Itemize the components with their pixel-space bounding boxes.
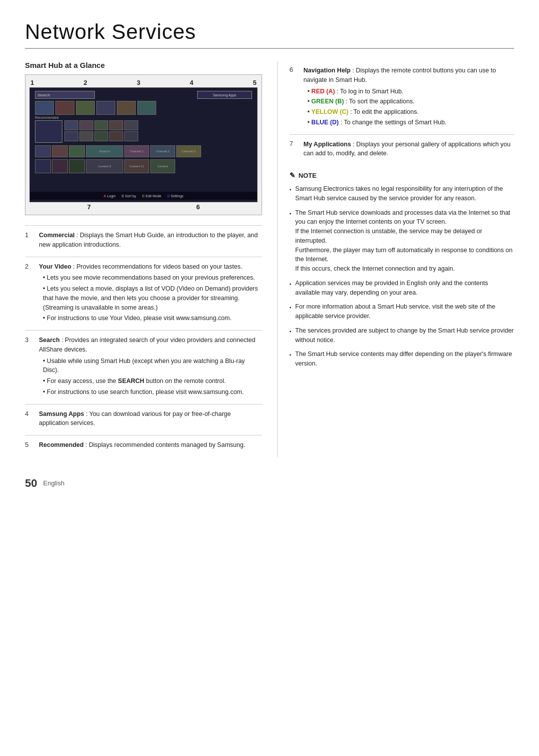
page-language: English (43, 479, 64, 487)
item-1-bold: Commercial (39, 232, 75, 239)
item-2-bold: Your Video (39, 263, 71, 270)
app-13: Content (150, 159, 175, 173)
num-1: 1 (30, 79, 34, 86)
hub-screen: Search Samsung Apps Recommended (29, 87, 258, 202)
num-4: 4 (190, 79, 193, 86)
item-1: 1 Commercial : Displays the Smart Hub Gu… (25, 225, 262, 257)
num-5: 5 (253, 79, 257, 86)
hub-thumb-2 (55, 101, 74, 115)
yellow-label: YELLOW (C) (311, 108, 348, 115)
app-4: Smart tv (86, 145, 123, 157)
right-column: 6 Navigation Help : Displays the remote … (277, 61, 514, 457)
nav-help-red: RED (A) : To log in to Smart Hub. (307, 87, 514, 96)
hub-rec-small-col (64, 120, 138, 141)
page-title: Network Services (25, 20, 514, 49)
note-section: ✎ NOTE Samsung Electronics takes no lega… (289, 171, 514, 369)
item-5-bold: Recommended (39, 441, 84, 448)
hub-rec-b1 (64, 131, 78, 141)
app-3 (69, 145, 85, 157)
note-item-4: For more information about a Smart Hub s… (289, 302, 514, 321)
hub-thumb-5 (117, 101, 136, 115)
item-1-text: Commercial : Displays the Smart Hub Guid… (39, 231, 262, 250)
note-label: NOTE (298, 172, 316, 179)
my-apps-bold: My Applications (303, 141, 351, 148)
hub-apps-row: Smart tv Channel 1 Channel 2 Channel 3 C… (35, 145, 251, 173)
num-7-bottom: 7 (87, 203, 91, 211)
hub-search-bar: Search (35, 91, 95, 99)
item-2-bullet-3: For instructions to use Your Video, plea… (43, 314, 262, 323)
app-1 (35, 145, 51, 157)
nav-help-bold: Navigation Help (303, 67, 350, 74)
right-item-7: 7 My Applications : Displays your person… (289, 134, 514, 164)
hub-recommended-row (35, 120, 138, 143)
item-5: 5 Recommended : Displays recommended con… (25, 435, 262, 457)
app-8 (35, 159, 51, 173)
hub-rec-a4 (109, 120, 123, 130)
item-3-bullets: Usable while using Smart Hub (except whe… (43, 357, 262, 397)
item-3: 3 Search : Provides an integrated search… (25, 330, 262, 404)
hub-search-label: Search (37, 93, 50, 97)
hub-rec-row-a (64, 120, 138, 130)
hub-rec-row-b (64, 131, 138, 141)
hub-rec-b3 (94, 131, 108, 141)
right-item-7-text: My Applications : Displays your personal… (303, 140, 514, 159)
hub-key-d: D Settings (167, 194, 183, 198)
item-2-text: Your Video : Provides recommendations fo… (39, 262, 262, 272)
hub-bottom-bar: A Login B Sort by C Edit Mode D Settings (30, 192, 257, 200)
right-item-6-content: Navigation Help : Displays the remote co… (303, 66, 514, 129)
note-item-5: The services provided are subject to cha… (289, 326, 514, 345)
note-list: Samsung Electronics takes no legal respo… (289, 184, 514, 369)
nav-help-yellow: YELLOW (C) : To edit the applications. (307, 107, 514, 117)
hub-key-a: A Login (103, 194, 115, 198)
hub-samsung-apps: Samsung Apps (197, 91, 252, 99)
item-2-content: Your Video : Provides recommendations fo… (39, 262, 262, 326)
hub-rec-main (35, 120, 62, 143)
hub-rec-a5 (124, 120, 138, 130)
item-2-number: 2 (25, 262, 33, 326)
num-3: 3 (137, 79, 140, 86)
note-title: ✎ NOTE (289, 171, 514, 179)
hub-thumb-6 (137, 101, 156, 115)
right-item-6-number: 6 (289, 66, 297, 129)
right-item-7-number: 7 (289, 140, 297, 159)
item-3-bullet-2: For easy access, use the SEARCH button o… (43, 377, 262, 386)
app-7: Channel 3 (176, 145, 201, 157)
item-3-bullet-1: Usable while using Smart Hub (except whe… (43, 357, 262, 376)
hub-thumb-4 (96, 101, 115, 115)
item-3-bold: Search (39, 337, 60, 344)
green-label: GREEN (B) (311, 98, 344, 105)
left-column: Smart Hub at a Glance 1 2 3 4 5 Search S… (25, 61, 262, 457)
item-4-text: Samsung Apps : You can download various … (39, 409, 262, 428)
nav-help-green: GREEN (B) : To sort the applications. (307, 97, 514, 106)
item-4-content: Samsung Apps : You can download various … (39, 409, 262, 430)
num-2: 2 (83, 79, 87, 86)
item-5-text: Recommended : Displays recommended conte… (39, 440, 262, 450)
hub-rec-b2 (79, 131, 93, 141)
nav-help-bullets: RED (A) : To log in to Smart Hub. GREEN … (307, 87, 514, 127)
right-item-7-content: My Applications : Displays your personal… (303, 140, 514, 159)
hub-thumb-1 (35, 101, 54, 115)
diagram-bottom-numbers: 7 6 (29, 203, 258, 211)
app-11: Content 5 (86, 159, 123, 173)
item-3-text: Search : Provides an integrated search o… (39, 336, 262, 355)
diagram-top-numbers: 1 2 3 4 5 (29, 79, 258, 86)
hub-row-1 (35, 101, 156, 115)
item-2-bullet-1: Lets you see movie recommendations based… (43, 273, 262, 283)
hub-recommended-label: Recommended (35, 116, 58, 119)
app-5: Channel 1 (124, 145, 149, 157)
item-2-bullets: Lets you see movie recommendations based… (43, 273, 262, 323)
page-footer: 50 English (25, 477, 514, 490)
num-6-bottom: 6 (196, 203, 200, 211)
hub-rec-a2 (79, 120, 93, 130)
hub-key-b: B Sort by (122, 194, 136, 198)
item-2: 2 Your Video : Provides recommendations … (25, 257, 262, 331)
item-1-number: 1 (25, 231, 33, 252)
hub-apps-row-1: Smart tv Channel 1 Channel 2 Channel 3 (35, 145, 201, 157)
main-content: Smart Hub at a Glance 1 2 3 4 5 Search S… (25, 61, 514, 457)
item-3-bullet-3: For instructions to use search function,… (43, 387, 262, 397)
item-5-number: 5 (25, 440, 33, 452)
hub-rec-a3 (94, 120, 108, 130)
note-pencil-icon: ✎ (289, 171, 295, 179)
hub-thumb-3 (76, 101, 95, 115)
app-12: Content 11 (124, 159, 149, 173)
